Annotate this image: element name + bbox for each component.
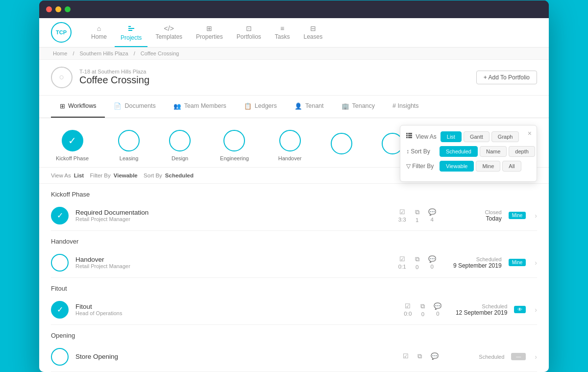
phase-header-handover: Handover <box>51 231 537 248</box>
sort-name-button[interactable]: Name <box>480 146 507 157</box>
row-date-kickoff: Closed Today <box>443 209 502 222</box>
svg-rect-3 <box>408 135 412 136</box>
row-status-icon-opening <box>51 348 69 366</box>
top-nav: TCP ⌂ Home Projects </> Templates <box>39 18 549 48</box>
table-row: ✓ Fitout Head of Operations ☑ 0:0 ⧉ 0 <box>51 295 537 325</box>
chevron-right-icon-handover[interactable]: › <box>535 259 537 267</box>
sort-by-value[interactable]: Scheduled <box>165 173 194 178</box>
filter-mine-button[interactable]: Mine <box>476 161 500 172</box>
comments-stat-opening: 💬 <box>431 352 439 361</box>
row-status-icon-fitout: ✓ <box>51 301 69 319</box>
view-gantt-button[interactable]: Gantt <box>464 131 490 142</box>
filter-all-button[interactable]: All <box>502 161 521 172</box>
phase-header-kickoff: Kickoff Phase <box>51 184 537 201</box>
chevron-right-icon[interactable]: › <box>535 212 537 220</box>
tab-tenant[interactable]: 👤 Tenant <box>286 96 333 118</box>
eye-badge-fitout: 👁 <box>514 306 526 313</box>
sort-scheduled-button[interactable]: Scheduled <box>440 146 478 157</box>
view-as-value[interactable]: List <box>74 173 84 178</box>
tab-insights[interactable]: # Insights <box>384 96 428 118</box>
sort-depth-button[interactable]: depth <box>509 146 535 157</box>
templates-icon: </> <box>164 25 174 32</box>
comments-stat-handover: 💬 0 <box>428 255 436 270</box>
tasks-icon: ☑ <box>399 208 405 216</box>
row-date-handover: Scheduled 9 September 2019 <box>443 256 502 269</box>
row-stats-opening: ☑ ⧉ 💬 <box>403 352 439 361</box>
project-title-block: T-18 at Southern Hills Plaza Coffee Cros… <box>79 69 469 86</box>
svg-rect-1 <box>408 133 412 134</box>
row-meta-fitout: Fitout Head of Operations <box>75 303 397 316</box>
view-list-button[interactable]: List <box>441 131 462 142</box>
phase-header-fitout: Fitout <box>51 278 537 295</box>
nav-item-home[interactable]: ⌂ Home <box>85 18 113 47</box>
popup-filter-by-row: ▽ Filter By Viewable Mine All <box>406 161 531 172</box>
row-meta-kickoff: Required Documentation Retail Project Ma… <box>75 209 392 222</box>
properties-icon: ⊞ <box>206 25 212 32</box>
kickoff-circle: ✓ <box>62 130 83 151</box>
view-graph-button[interactable]: Graph <box>491 131 519 142</box>
tab-documents[interactable]: 📄 Documents <box>105 96 164 118</box>
popup-filter-by-label: ▽ Filter By <box>406 163 436 170</box>
chevron-right-icon-opening[interactable]: › <box>535 353 537 361</box>
view-as-label: View As <box>51 173 71 178</box>
leases-icon: ⊟ <box>310 25 316 32</box>
tab-team-members[interactable]: 👥 Team Members <box>165 96 235 118</box>
workflow-step-design[interactable]: Design <box>169 130 191 161</box>
tab-workflows[interactable]: ⊞ Workflows <box>51 96 105 118</box>
main-list-area: × View As List Gantt Graph ↕ Sort By <box>39 184 549 372</box>
documents-icon: 📄 <box>114 102 122 110</box>
tasks-stat-fitout: ☑ 0:0 <box>404 302 412 317</box>
mine-badge-handover: Mine <box>509 259 526 266</box>
nav-item-templates[interactable]: </> Templates <box>149 18 188 47</box>
portfolios-icon: ⊡ <box>246 25 252 32</box>
handover-circle <box>279 130 301 151</box>
chevron-right-icon-fitout[interactable]: › <box>535 306 537 314</box>
workflow-step-handover[interactable]: Handover <box>278 130 302 161</box>
workflow-step-leasing[interactable]: Leasing <box>118 130 140 161</box>
tab-tenancy[interactable]: 🏢 Tenancy <box>333 96 384 118</box>
nav-item-projects[interactable]: Projects <box>115 18 147 47</box>
comments-icon: 💬 <box>428 208 436 216</box>
nav-item-properties[interactable]: ⊞ Properties <box>190 18 229 47</box>
workflow-step-6[interactable] <box>331 133 352 158</box>
nav-item-portfolios[interactable]: ⊡ Portfolios <box>231 18 267 47</box>
row-meta-handover: Handover Retail Project Manager <box>75 256 392 269</box>
tasks-stat-handover: ☑ 0:1 <box>398 255 406 270</box>
workflow-step-kickoff[interactable]: ✓ Kickoff Phase <box>56 130 89 161</box>
leasing-circle <box>118 130 140 151</box>
traffic-light-green[interactable] <box>65 6 71 12</box>
filter-by-value[interactable]: Viewable <box>114 173 138 178</box>
add-to-portfolio-button[interactable]: + Add To Portfolio <box>476 71 537 84</box>
workflow-step-engineering[interactable]: Engineering <box>220 130 249 161</box>
nav-item-tasks[interactable]: ≡ Tasks <box>269 18 296 47</box>
dash-badge-opening: — <box>511 353 526 360</box>
filter-viewable-button[interactable]: Viewable <box>440 161 474 172</box>
nav-item-leases[interactable]: ⊟ Leases <box>298 18 329 47</box>
tasks-stat-opening: ☑ <box>403 352 409 361</box>
browser-titlebar <box>39 0 549 18</box>
copies-stat-handover: ⧉ 0 <box>415 255 419 270</box>
view-options-popup: × View As List Gantt Graph ↕ Sort By <box>400 125 537 182</box>
tasks-icon: ☑ <box>405 302 411 310</box>
traffic-light-red[interactable] <box>46 6 52 12</box>
traffic-light-yellow[interactable] <box>55 6 61 12</box>
row-stats-handover: ☑ 0:1 ⧉ 0 💬 0 <box>398 255 436 270</box>
browser-window: TCP ⌂ Home Projects </> Templates <box>39 0 549 372</box>
projects-icon <box>127 24 135 33</box>
home-icon: ⌂ <box>97 25 101 32</box>
view-as-options: List Gantt Graph <box>441 131 519 142</box>
tab-bar: ⊞ Workflows 📄 Documents 👥 Team Members 📋… <box>39 96 549 118</box>
app-content: TCP ⌂ Home Projects </> Templates <box>39 18 549 372</box>
table-row: Store Opening ☑ ⧉ 💬 <box>51 342 537 372</box>
copies-icon: ⧉ <box>417 352 422 360</box>
row-date-fitout: Scheduled 12 September 2019 <box>448 303 507 316</box>
row-meta-opening: Store Opening <box>75 353 396 360</box>
popup-close-button[interactable]: × <box>528 129 532 137</box>
sort-by-label: Sort By <box>141 173 162 178</box>
tab-ledgers[interactable]: 📋 Ledgers <box>235 96 286 118</box>
svg-rect-5 <box>408 137 412 138</box>
comments-icon: 💬 <box>434 302 441 310</box>
copies-stat-opening: ⧉ <box>417 352 422 361</box>
phase-header-opening: Opening <box>51 325 537 342</box>
popup-view-as-label: View As <box>406 133 437 140</box>
